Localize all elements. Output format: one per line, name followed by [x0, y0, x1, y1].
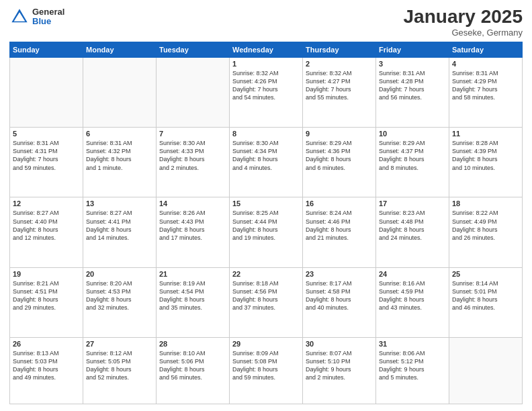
day-details: Sunrise: 8:28 AM Sunset: 4:39 PM Dayligh…: [452, 139, 519, 172]
day-details: Sunrise: 8:06 AM Sunset: 5:12 PM Dayligh…: [379, 349, 446, 382]
table-row: 25Sunrise: 8:14 AM Sunset: 5:01 PM Dayli…: [449, 267, 523, 337]
day-details: Sunrise: 8:19 AM Sunset: 4:54 PM Dayligh…: [159, 279, 226, 312]
day-number: 12: [13, 199, 80, 208]
table-row: [10, 57, 83, 127]
day-details: Sunrise: 8:29 AM Sunset: 4:36 PM Dayligh…: [306, 139, 373, 172]
table-row: 31Sunrise: 8:06 AM Sunset: 5:12 PM Dayli…: [376, 337, 449, 404]
day-details: Sunrise: 8:23 AM Sunset: 4:48 PM Dayligh…: [379, 209, 446, 242]
day-details: Sunrise: 8:20 AM Sunset: 4:53 PM Dayligh…: [86, 279, 153, 312]
day-number: 11: [452, 130, 519, 138]
day-number: 16: [306, 199, 373, 208]
day-number: 4: [452, 60, 519, 68]
day-number: 29: [232, 340, 300, 348]
table-row: 24Sunrise: 8:16 AM Sunset: 4:59 PM Dayli…: [376, 267, 449, 337]
table-row: 7Sunrise: 8:30 AM Sunset: 4:33 PM Daylig…: [157, 128, 230, 197]
day-details: Sunrise: 8:22 AM Sunset: 4:49 PM Dayligh…: [452, 209, 519, 242]
logo-blue-text: Blue: [32, 17, 64, 26]
day-number: 25: [452, 270, 519, 278]
day-details: Sunrise: 8:30 AM Sunset: 4:34 PM Dayligh…: [232, 139, 300, 172]
table-row: 11Sunrise: 8:28 AM Sunset: 4:39 PM Dayli…: [449, 128, 523, 197]
calendar-week-row: 5Sunrise: 8:31 AM Sunset: 4:31 PM Daylig…: [10, 128, 523, 197]
table-row: 5Sunrise: 8:31 AM Sunset: 4:31 PM Daylig…: [10, 128, 83, 197]
day-details: Sunrise: 8:07 AM Sunset: 5:10 PM Dayligh…: [306, 349, 373, 382]
day-number: 20: [86, 270, 153, 278]
day-details: Sunrise: 8:31 AM Sunset: 4:31 PM Dayligh…: [13, 139, 80, 172]
day-details: Sunrise: 8:21 AM Sunset: 4:51 PM Dayligh…: [13, 279, 80, 312]
table-row: 26Sunrise: 8:13 AM Sunset: 5:03 PM Dayli…: [10, 337, 83, 404]
day-details: Sunrise: 8:09 AM Sunset: 5:08 PM Dayligh…: [232, 349, 300, 382]
day-details: Sunrise: 8:31 AM Sunset: 4:29 PM Dayligh…: [452, 69, 519, 102]
calendar-week-row: 26Sunrise: 8:13 AM Sunset: 5:03 PM Dayli…: [10, 337, 523, 404]
table-row: 6Sunrise: 8:31 AM Sunset: 4:32 PM Daylig…: [83, 128, 157, 197]
day-details: Sunrise: 8:25 AM Sunset: 4:44 PM Dayligh…: [232, 209, 300, 242]
day-number: 24: [379, 270, 446, 278]
calendar-title: January 2025: [404, 7, 523, 28]
table-row: [157, 57, 230, 127]
calendar-week-row: 12Sunrise: 8:27 AM Sunset: 4:40 PM Dayli…: [10, 197, 523, 267]
day-details: Sunrise: 8:27 AM Sunset: 4:41 PM Dayligh…: [86, 209, 153, 242]
calendar-week-row: 1Sunrise: 8:32 AM Sunset: 4:26 PM Daylig…: [10, 57, 523, 127]
calendar-table: Sunday Monday Tuesday Wednesday Thursday…: [9, 42, 523, 404]
day-number: 3: [379, 60, 446, 68]
day-number: 26: [13, 340, 80, 348]
header: General Blue January 2025 Geseke, German…: [9, 7, 523, 38]
day-details: Sunrise: 8:13 AM Sunset: 5:03 PM Dayligh…: [13, 349, 80, 382]
day-details: Sunrise: 8:16 AM Sunset: 4:59 PM Dayligh…: [379, 279, 446, 312]
day-details: Sunrise: 8:27 AM Sunset: 4:40 PM Dayligh…: [13, 209, 80, 242]
table-row: 4Sunrise: 8:31 AM Sunset: 4:29 PM Daylig…: [449, 57, 523, 127]
page: General Blue January 2025 Geseke, German…: [0, 0, 532, 411]
day-number: 6: [86, 130, 153, 138]
table-row: 20Sunrise: 8:20 AM Sunset: 4:53 PM Dayli…: [83, 267, 157, 337]
day-details: Sunrise: 8:31 AM Sunset: 4:32 PM Dayligh…: [86, 139, 153, 172]
day-number: 15: [232, 199, 300, 208]
day-number: 18: [452, 199, 519, 208]
table-row: 14Sunrise: 8:26 AM Sunset: 4:43 PM Dayli…: [157, 197, 230, 267]
day-number: 8: [232, 130, 300, 138]
day-details: Sunrise: 8:32 AM Sunset: 4:26 PM Dayligh…: [232, 69, 300, 102]
table-row: 27Sunrise: 8:12 AM Sunset: 5:05 PM Dayli…: [83, 337, 157, 404]
table-row: 8Sunrise: 8:30 AM Sunset: 4:34 PM Daylig…: [230, 128, 303, 197]
day-details: Sunrise: 8:29 AM Sunset: 4:37 PM Dayligh…: [379, 139, 446, 172]
title-block: January 2025 Geseke, Germany: [404, 7, 523, 38]
day-details: Sunrise: 8:18 AM Sunset: 4:56 PM Dayligh…: [232, 279, 300, 312]
day-number: 7: [159, 130, 226, 138]
calendar-header-row: Sunday Monday Tuesday Wednesday Thursday…: [10, 42, 523, 57]
table-row: 28Sunrise: 8:10 AM Sunset: 5:06 PM Dayli…: [157, 337, 230, 404]
day-number: 19: [13, 270, 80, 278]
day-number: 5: [13, 130, 80, 138]
table-row: 3Sunrise: 8:31 AM Sunset: 4:28 PM Daylig…: [376, 57, 449, 127]
logo-icon: [9, 7, 30, 27]
col-sunday: Sunday: [10, 42, 83, 57]
table-row: 23Sunrise: 8:17 AM Sunset: 4:58 PM Dayli…: [303, 267, 376, 337]
table-row: 19Sunrise: 8:21 AM Sunset: 4:51 PM Dayli…: [10, 267, 83, 337]
calendar-subtitle: Geseke, Germany: [404, 28, 523, 38]
col-monday: Monday: [83, 42, 157, 57]
table-row: 2Sunrise: 8:32 AM Sunset: 4:27 PM Daylig…: [303, 57, 376, 127]
table-row: 16Sunrise: 8:24 AM Sunset: 4:46 PM Dayli…: [303, 197, 376, 267]
day-details: Sunrise: 8:14 AM Sunset: 5:01 PM Dayligh…: [452, 279, 519, 312]
table-row: 1Sunrise: 8:32 AM Sunset: 4:26 PM Daylig…: [230, 57, 303, 127]
table-row: 18Sunrise: 8:22 AM Sunset: 4:49 PM Dayli…: [449, 197, 523, 267]
day-details: Sunrise: 8:12 AM Sunset: 5:05 PM Dayligh…: [86, 349, 153, 382]
day-details: Sunrise: 8:32 AM Sunset: 4:27 PM Dayligh…: [306, 69, 373, 102]
day-number: 31: [379, 340, 446, 348]
day-number: 14: [159, 199, 226, 208]
day-details: Sunrise: 8:30 AM Sunset: 4:33 PM Dayligh…: [159, 139, 226, 172]
col-tuesday: Tuesday: [157, 42, 230, 57]
day-number: 28: [159, 340, 226, 348]
day-number: 13: [86, 199, 153, 208]
logo: General Blue: [9, 7, 64, 27]
col-friday: Friday: [376, 42, 449, 57]
day-details: Sunrise: 8:24 AM Sunset: 4:46 PM Dayligh…: [306, 209, 373, 242]
day-number: 2: [306, 60, 373, 68]
day-number: 30: [306, 340, 373, 348]
table-row: 12Sunrise: 8:27 AM Sunset: 4:40 PM Dayli…: [10, 197, 83, 267]
table-row: 9Sunrise: 8:29 AM Sunset: 4:36 PM Daylig…: [303, 128, 376, 197]
day-details: Sunrise: 8:31 AM Sunset: 4:28 PM Dayligh…: [379, 69, 446, 102]
table-row: 15Sunrise: 8:25 AM Sunset: 4:44 PM Dayli…: [230, 197, 303, 267]
col-wednesday: Wednesday: [230, 42, 303, 57]
day-details: Sunrise: 8:10 AM Sunset: 5:06 PM Dayligh…: [159, 349, 226, 382]
day-number: 9: [306, 130, 373, 138]
logo-general-text: General: [32, 7, 64, 17]
table-row: 30Sunrise: 8:07 AM Sunset: 5:10 PM Dayli…: [303, 337, 376, 404]
